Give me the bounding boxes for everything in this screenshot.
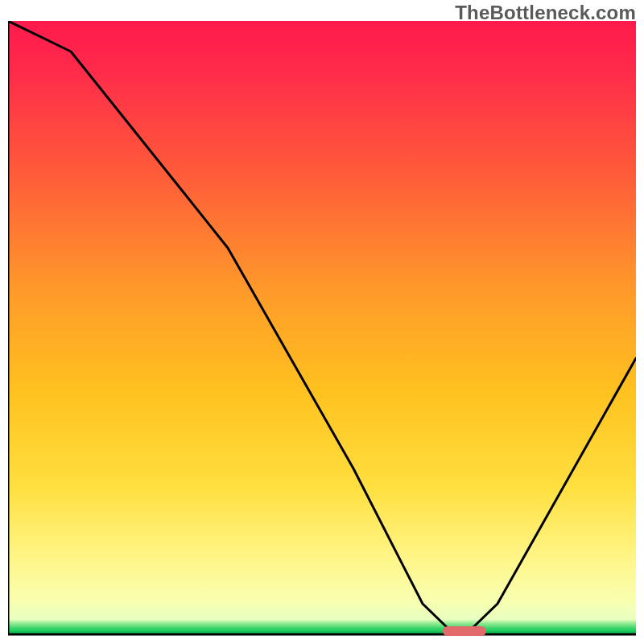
optimal-range-marker <box>443 626 486 636</box>
chart-area <box>8 21 636 636</box>
green-baseline-band <box>8 620 636 633</box>
gradient-background <box>8 21 636 620</box>
chart-svg <box>8 21 636 636</box>
